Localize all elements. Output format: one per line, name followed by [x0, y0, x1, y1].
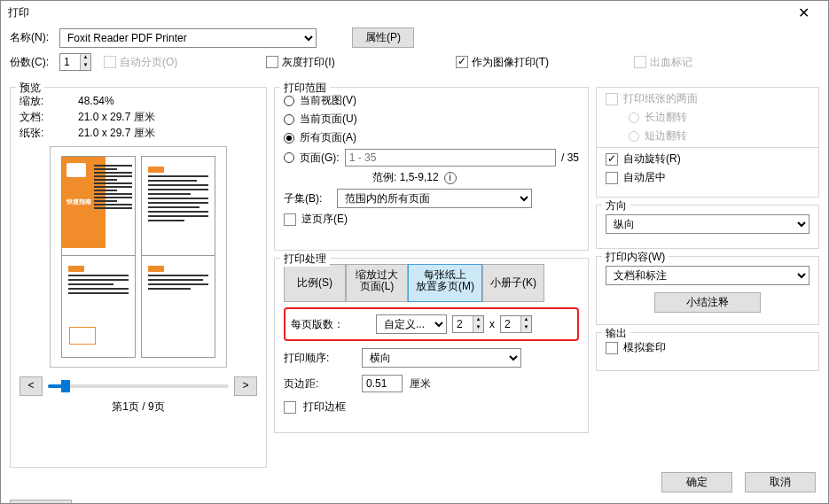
print-what-select[interactable]: 文档和标注	[606, 266, 809, 285]
print-border-checkbox[interactable]	[284, 401, 296, 414]
per-sheet-highlight: 每页版数： 自定义... ▲▼ x ▲▼	[284, 307, 579, 341]
window-title: 打印	[8, 5, 29, 20]
duplex-checkbox	[606, 93, 618, 105]
as-image-checkbox[interactable]: ✓	[456, 56, 468, 68]
tab-booklet[interactable]: 小册子(K)	[482, 264, 544, 302]
page-slider[interactable]	[48, 384, 229, 388]
handling-tabs: 比例(S) 缩放过大页面(L) 每张纸上放置多页(M) 小册子(K)	[284, 264, 579, 302]
margin-input[interactable]	[362, 375, 403, 392]
print-order-select[interactable]: 横向	[362, 348, 521, 368]
orientation-group: 方向 纵向	[596, 205, 819, 249]
bleed-checkbox	[634, 56, 646, 68]
long-edge-radio	[629, 112, 639, 123]
prev-page-button[interactable]: <	[20, 376, 43, 396]
copies-label: 份数(C):	[10, 55, 54, 70]
printer-name-label: 名称(N):	[10, 30, 54, 45]
paper-label: 纸张:	[20, 125, 78, 141]
doc-label: 文档:	[20, 109, 78, 125]
all-pages-radio[interactable]	[284, 133, 294, 143]
print-what-group: 打印内容(W) 文档和标注 小结注释	[596, 256, 819, 325]
print-range-group: 打印范围 当前视图(V) 当前页面(U) 所有页面(A) 页面(G): / 35…	[274, 87, 589, 251]
auto-center-checkbox[interactable]	[606, 172, 618, 184]
pages-input[interactable]	[345, 149, 556, 167]
paper-size: 21.0 x 29.7 厘米	[78, 125, 155, 141]
auto-rotate-checkbox[interactable]: ✓	[606, 153, 618, 166]
printer-section: 名称(N): Foxit Reader PDF Printer 属性(P) 份数…	[10, 27, 819, 81]
current-page-radio[interactable]	[284, 114, 294, 125]
collate-label: 自动分页(O)	[120, 55, 177, 70]
properties-button[interactable]: 属性(P)	[352, 27, 414, 48]
tab-fit[interactable]: 缩放过大页面(L)	[346, 264, 408, 302]
close-icon[interactable]: ✕	[786, 4, 821, 21]
current-view-radio[interactable]	[284, 96, 294, 106]
simulate-overprint-checkbox[interactable]	[606, 342, 618, 354]
cancel-button[interactable]: 取消	[745, 472, 816, 492]
short-edge-radio	[629, 131, 639, 142]
chevron-up-icon[interactable]: ▲	[80, 54, 90, 62]
summary-button[interactable]: 小结注释	[654, 292, 761, 313]
grayscale-label: 灰度打印(I)	[282, 55, 334, 70]
cols-spinner[interactable]: ▲▼	[452, 315, 484, 333]
preview-canvas: 快速指南	[50, 146, 227, 368]
reverse-checkbox[interactable]	[284, 213, 296, 226]
printer-select[interactable]: Foxit Reader PDF Printer	[59, 28, 317, 48]
rows-spinner[interactable]: ▲▼	[500, 315, 532, 333]
pages-total: / 35	[561, 151, 579, 164]
as-image-label: 作为图像打印(T)	[472, 55, 549, 70]
ok-button[interactable]: 确定	[661, 472, 732, 492]
print-handling-group: 打印处理 比例(S) 缩放过大页面(L) 每张纸上放置多页(M) 小册子(K) …	[274, 258, 589, 433]
advanced-button[interactable]: 高级	[10, 500, 72, 504]
bleed-label: 出血标记	[650, 55, 692, 70]
tab-multi[interactable]: 每张纸上放置多页(M)	[408, 264, 482, 302]
chevron-down-icon[interactable]: ▼	[80, 62, 90, 70]
pages-radio[interactable]	[284, 152, 294, 163]
preview-group: 预览 缩放:48.54% 文档:21.0 x 29.7 厘米 纸张:21.0 x…	[10, 87, 267, 468]
copies-spinner[interactable]: ▲▼	[59, 53, 91, 71]
grayscale-checkbox[interactable]	[266, 56, 278, 68]
page-indicator: 第1页 / 9页	[20, 399, 257, 415]
tab-scale[interactable]: 比例(S)	[284, 264, 346, 302]
duplex-group: 打印纸张的两面 长边翻转 短边翻转 ✓自动旋转(R) 自动居中	[596, 87, 819, 198]
info-icon[interactable]: i	[444, 172, 457, 184]
zoom-value: 48.54%	[78, 93, 114, 109]
output-group: 输出 模拟套印	[596, 332, 819, 371]
doc-size: 21.0 x 29.7 厘米	[78, 109, 155, 125]
collate-checkbox	[104, 56, 116, 68]
preview-title: 预览	[16, 81, 44, 96]
orientation-select[interactable]: 纵向	[606, 214, 809, 234]
per-sheet-select[interactable]: 自定义...	[376, 314, 447, 334]
subset-select[interactable]: 范围内的所有页面	[337, 189, 532, 208]
next-page-button[interactable]: >	[234, 376, 257, 396]
title-bar: 打印 ✕	[1, 1, 828, 24]
